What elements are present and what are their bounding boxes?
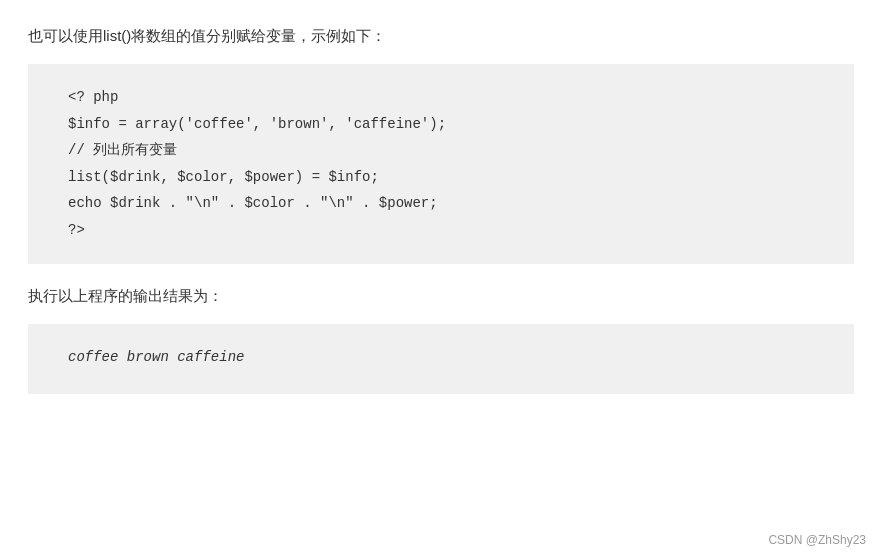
code-line-5: echo $drink . "\n" . $color . "\n" . $po… — [68, 195, 438, 211]
output-intro-text: 执行以上程序的输出结果为： — [28, 284, 854, 308]
output-text: coffee brown caffeine — [68, 349, 244, 365]
code-line-1: <? php — [68, 89, 118, 105]
code-line-6: ?> — [68, 222, 85, 238]
output-block: coffee brown caffeine — [28, 324, 854, 395]
code-line-4: list($drink, $color, $power) = $info; — [68, 169, 379, 185]
intro-text: 也可以使用list()将数组的值分别赋给变量，示例如下： — [28, 24, 854, 48]
code-block: <? php $info = array('coffee', 'brown', … — [28, 64, 854, 264]
code-line-2: $info = array('coffee', 'brown', 'caffei… — [68, 116, 446, 132]
code-line-3: // 列出所有变量 — [68, 142, 177, 158]
watermark: CSDN @ZhShy23 — [768, 533, 866, 547]
